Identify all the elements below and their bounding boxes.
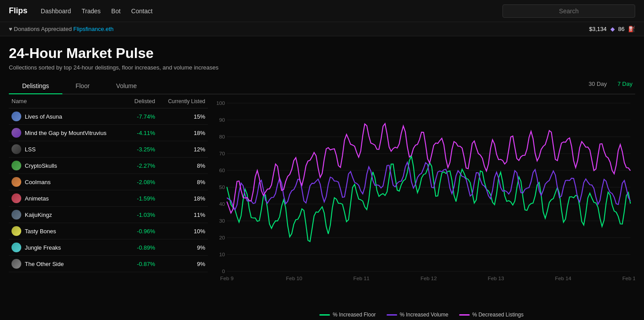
legend-label: % Increased Volume <box>400 312 448 318</box>
delisted-value: -0.89% <box>127 239 158 256</box>
listed-value: 10% <box>158 223 208 239</box>
collection-name-text: Coolmans <box>25 179 51 185</box>
collection-name-text: Mind the Gap by MountVitruvius <box>25 130 107 136</box>
table-row: Lives of Asuna -7.74% 15% <box>9 108 208 125</box>
y-axis-label: 10 <box>219 252 225 257</box>
avatar <box>12 259 21 269</box>
legend-color <box>387 314 397 316</box>
collection-name-text: Lives of Asuna <box>25 113 62 120</box>
y-axis-label: 20 <box>219 235 225 240</box>
legend-label: % Decreased Listings <box>472 312 524 318</box>
eth-price: $3,134 <box>589 26 607 32</box>
gas-icon: ⛽ <box>628 26 635 32</box>
listed-value: 8% <box>158 174 208 190</box>
table-row: Animetas -1.59% 18% <box>9 190 208 207</box>
delisted-value: -0.96% <box>127 223 158 239</box>
nav-bot[interactable]: Bot <box>111 8 121 15</box>
table-row: Coolmans -2.08% 8% <box>9 174 208 190</box>
collection-name-cell: Animetas <box>9 190 127 207</box>
collection-name-cell: Lives of Asuna <box>9 108 127 125</box>
eth-address-link[interactable]: Flipsfinance.eth <box>73 26 114 32</box>
delisted-value: -2.08% <box>127 174 158 190</box>
delisted-value: -0.87% <box>127 256 158 272</box>
collection-name-text: CryptoSkulls <box>25 162 57 169</box>
legend-label: % Increased Floor <box>333 312 376 318</box>
table-row: Tasty Bones -0.96% 10% <box>9 223 208 239</box>
collection-name-text: Jungle Freaks <box>25 244 61 251</box>
listed-value: 18% <box>158 190 208 207</box>
7-day-btn[interactable]: 7 Day <box>615 80 635 88</box>
collection-name-text: KaijuKingz <box>25 212 52 218</box>
avatar <box>12 210 21 220</box>
y-axis-label: 70 <box>219 151 225 156</box>
table-row: KaijuKingz -1.03% 11% <box>9 207 208 223</box>
listed-value: 11% <box>158 207 208 223</box>
nav-trades[interactable]: Trades <box>82 8 101 15</box>
avatar <box>12 112 21 121</box>
table-row: The Other Side -0.87% 9% <box>9 256 208 272</box>
logo: Flips <box>9 6 27 15</box>
collection-name-text: Tasty Bones <box>25 228 56 235</box>
table-row: Jungle Freaks -0.89% 9% <box>9 239 208 256</box>
table-row: Mind the Gap by MountVitruvius -4.11% 18… <box>9 125 208 141</box>
tab-volume[interactable]: Volume <box>103 78 150 94</box>
nav-contact[interactable]: Contact <box>131 8 153 15</box>
listed-value: 18% <box>158 125 208 141</box>
y-axis-label: 100 <box>216 100 225 106</box>
x-axis-label: Feb 12 <box>421 276 437 281</box>
chart-legend: % Increased Floor% Increased Volume% Dec… <box>208 308 635 320</box>
table-row: CryptoSkulls -2.27% 8% <box>9 158 208 174</box>
collections-table: Name Delisted Currently Listed Lives of … <box>9 94 208 272</box>
collection-name-cell: Jungle Freaks <box>9 239 127 256</box>
y-axis-label: 50 <box>219 185 225 190</box>
banner-right: $3,134 ◆ 86 ⛽ <box>589 26 635 32</box>
tabs-row: Delistings Floor Volume 30 Day 7 Day <box>9 78 635 94</box>
avatar <box>12 226 21 236</box>
listed-value: 9% <box>158 239 208 256</box>
legend-item: % Increased Floor <box>319 312 376 318</box>
tab-floor[interactable]: Floor <box>62 78 103 94</box>
delisted-value: -7.74% <box>127 108 158 125</box>
collection-name-cell: LSS <box>9 141 127 158</box>
increased-volume-line <box>227 162 630 210</box>
listed-value: 8% <box>158 158 208 174</box>
table-container: Name Delisted Currently Listed Lives of … <box>9 94 208 320</box>
30-day-btn[interactable]: 30 Day <box>586 80 610 88</box>
x-axis-label: Feb 9 <box>220 276 234 281</box>
table-row: LSS -3.25% 12% <box>9 141 208 158</box>
avatar <box>12 161 21 170</box>
y-axis-label: 90 <box>219 117 225 123</box>
collection-name-text: LSS <box>25 146 36 153</box>
listed-value: 15% <box>158 108 208 125</box>
y-axis-label: 80 <box>219 134 225 139</box>
content-area: Name Delisted Currently Listed Lives of … <box>9 94 635 320</box>
avatar <box>12 193 21 203</box>
delisted-value: -1.03% <box>127 207 158 223</box>
collection-name-cell: Mind the Gap by MountVitruvius <box>9 125 127 141</box>
collection-name-text: The Other Side <box>25 261 64 267</box>
x-axis-label: Feb 14 <box>555 276 571 281</box>
y-axis-label: 60 <box>219 168 225 173</box>
collection-name-cell: KaijuKingz <box>9 207 127 223</box>
chart-container: 0102030405060708090100 Feb 9Feb 10Feb 11… <box>208 94 635 320</box>
delisted-value: -4.11% <box>127 125 158 141</box>
collection-name-cell: Coolmans <box>9 174 127 190</box>
collection-name-cell: CryptoSkulls <box>9 158 127 174</box>
eth-icon: ◆ <box>610 26 615 32</box>
tab-delistings[interactable]: Delistings <box>9 78 62 94</box>
listed-value: 9% <box>158 256 208 272</box>
legend-color <box>459 314 470 316</box>
legend-item: % Increased Volume <box>387 312 448 318</box>
nav-dashboard[interactable]: Dashboard <box>41 8 71 15</box>
chart-svg: 0102030405060708090100 Feb 9Feb 10Feb 11… <box>208 99 635 307</box>
avatar <box>12 243 21 252</box>
delisted-value: -3.25% <box>127 141 158 158</box>
x-axis-label: Feb 13 <box>488 276 504 281</box>
donation-text: ♥ Donations Appreciated <box>9 26 73 32</box>
search-input[interactable] <box>502 4 635 18</box>
avatar <box>12 128 21 138</box>
y-axis-label: 30 <box>219 218 225 224</box>
collection-name-text: Animetas <box>25 195 49 202</box>
day-toggle: 30 Day 7 Day <box>586 80 635 93</box>
y-axis-label: 40 <box>219 201 225 207</box>
